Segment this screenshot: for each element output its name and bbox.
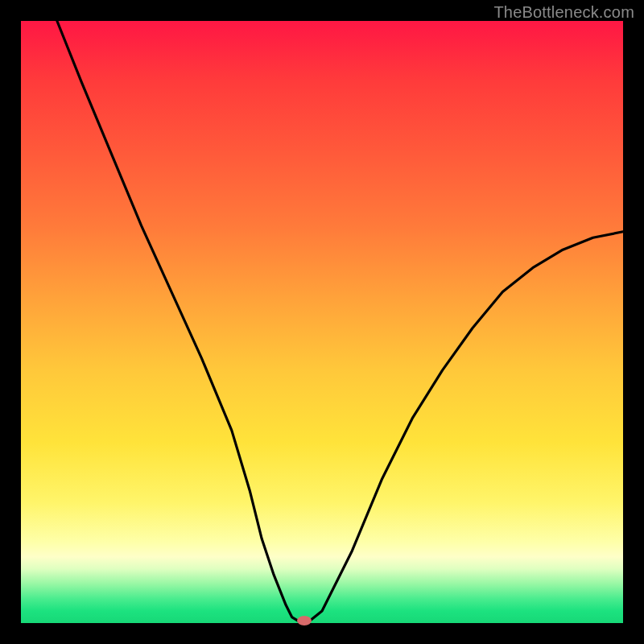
optimum-marker [297, 616, 312, 625]
watermark-text: TheBottleneck.com [493, 3, 634, 22]
plot-area [21, 21, 623, 623]
bottleneck-curve [21, 21, 623, 623]
chart-frame: TheBottleneck.com [0, 0, 644, 644]
